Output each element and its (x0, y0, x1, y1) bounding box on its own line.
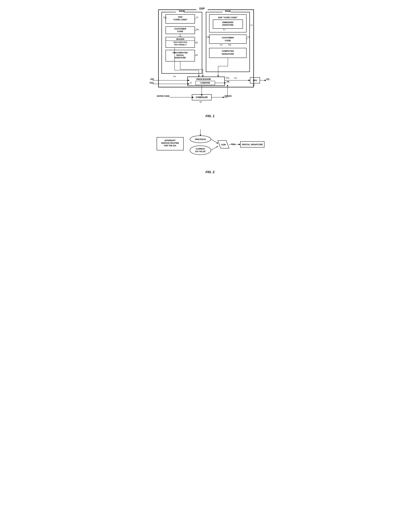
page-container: DSP DSP ROM ROM DSP "CORE CODE" 13a 13 C… (147, 7, 273, 174)
customer-code-rom: CUSTOMER (174, 28, 186, 30)
label-15b: 15b (228, 44, 231, 46)
svg-text:"CORE CODE": "CORE CODE" (173, 18, 188, 21)
svg-text:SERVICE ROUTINE: SERVICE ROUTINE (161, 142, 179, 144)
svg-marker-50 (188, 80, 189, 81)
fig1-container: DSP DSP ROM ROM DSP "CORE CODE" 13a 13 C… (147, 7, 273, 118)
label-11: 11 (250, 24, 253, 26)
xor-label: XOR (221, 143, 226, 146)
computed-sig: COMPUTED (222, 50, 234, 52)
ok-label: OK (226, 81, 229, 83)
digital-sig-label: DIGITAL SIGNATURE (242, 143, 263, 146)
yt-label: Y(t) (266, 78, 270, 80)
fig1-caption: FIG. 1 (206, 114, 215, 118)
dsp-core-code-ram: DSP "CORE CODE" (218, 16, 238, 19)
svg-text:SIGNATURE: SIGNATURE (222, 24, 233, 26)
header-label: HEADER (176, 38, 184, 40)
processor-label: PROCESSOR (196, 78, 211, 81)
current-da-label: CURRENT (195, 148, 205, 150)
label-13a: 13a (163, 16, 166, 19)
svg-point-76 (190, 146, 211, 155)
embedded-sig: EMBEDDED (222, 21, 233, 23)
svg-marker-64 (192, 97, 194, 98)
svg-text:DIGITAL: DIGITAL (176, 54, 184, 56)
label-19: 19 (195, 41, 198, 44)
svg-marker-52 (188, 83, 189, 85)
label-20: 20 (195, 54, 198, 56)
svg-marker-81 (217, 146, 218, 148)
label-11c: 11c (220, 44, 223, 46)
svg-text:FOR THE D/A: FOR THE D/A (164, 145, 176, 147)
label-23: 23 (190, 82, 192, 84)
da-label: D/A (253, 79, 257, 82)
svg-text:D/A VALUE: D/A VALUE (195, 150, 205, 153)
customer-code-ram: CUSTOMER (222, 37, 234, 39)
label-13-ram: 13 (247, 36, 249, 38)
svg-marker-84 (239, 144, 240, 145)
label-13b: 13b (207, 36, 210, 38)
xn-label: X(n) (150, 82, 154, 84)
fig1-diagram: DSP DSP ROM ROM DSP "CORE CODE" 13a 13 C… (149, 7, 271, 113)
rom-label: ROM (179, 10, 185, 12)
precomputed-sig: PRECOMPUTED (173, 52, 188, 54)
svg-line-80 (211, 147, 217, 150)
enter-code-label: ENTER CODE (157, 95, 170, 97)
ram-label: RAM (225, 10, 230, 12)
error-label: ERROR (225, 95, 232, 97)
isr-label: ISR (150, 78, 154, 80)
fig2-diagram: INTERRUPT SERVICE ROUTINE FOR THE D/A PR… (152, 128, 268, 170)
label-13: 13 (196, 16, 198, 19)
fig2-yn-label: Y(n) (231, 143, 235, 145)
svg-rect-38 (209, 35, 246, 44)
dsp-core-code-rom: DSP (178, 16, 182, 18)
svg-marker-56 (224, 82, 226, 84)
previous-label: PREVIOUS (195, 138, 206, 141)
label-15a: 15a (195, 28, 199, 31)
svg-marker-79 (217, 142, 218, 144)
fig2-container: INTERRUPT SERVICE ROUTINE FOR THE D/A PR… (147, 128, 273, 174)
fig2-isr-box: INTERRUPT (165, 139, 176, 142)
label-21: 2,1 (223, 29, 225, 30)
svg-text:SIGNATURE: SIGNATURE (222, 53, 234, 55)
svg-line-78 (211, 139, 217, 143)
test-data-file: TEST DATA FILE (173, 41, 187, 43)
compare-label: COMPARE (200, 82, 210, 84)
label-11b: 11b (234, 77, 237, 79)
label-17: 17 (253, 84, 255, 86)
compiler-label: COMPILER (196, 96, 208, 99)
svg-marker-69 (227, 85, 228, 86)
svg-marker-62 (201, 95, 202, 96)
label-18: 18 (199, 101, 202, 103)
dsp-label: DSP (199, 7, 205, 10)
yn-label: Y(n) (225, 77, 229, 79)
fig2-caption: FIG. 2 (206, 170, 215, 174)
label-11a: 11a (173, 75, 176, 77)
svg-text:SIGNATURE: SIGNATURE (175, 57, 186, 59)
svg-marker-54 (248, 80, 250, 81)
svg-text:TEST MODE=1: TEST MODE=1 (174, 44, 186, 46)
svg-text:CODE: CODE (177, 30, 183, 33)
svg-text:CODE: CODE (225, 39, 231, 42)
